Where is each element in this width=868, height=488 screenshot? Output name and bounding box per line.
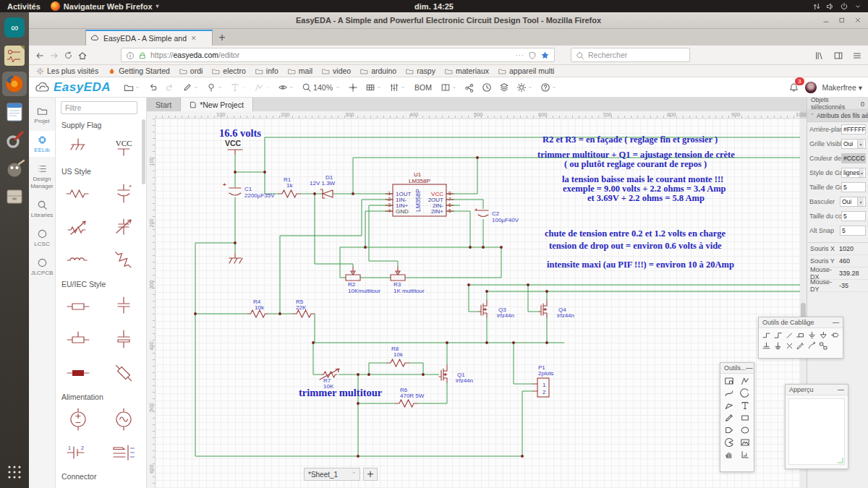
bookmark-item[interactable]: ordi <box>179 67 203 75</box>
toolbar-history[interactable] <box>479 80 495 95</box>
bookmark-item[interactable]: appareil multi <box>498 67 554 75</box>
url-bar[interactable]: https://easyeda.com/editor <box>121 48 555 62</box>
browser-tab[interactable]: EasyEDA - A Simple and ✕ <box>85 30 213 46</box>
component-header-2pin-b[interactable]: 12 <box>101 482 147 488</box>
document-tab-0[interactable]: Start <box>147 98 181 111</box>
bookmark-item[interactable]: materiaux <box>445 67 489 75</box>
wiring-tool-groundT[interactable] <box>807 330 817 340</box>
component-vcc[interactable]: VCC <box>101 131 147 164</box>
bookmark-item[interactable]: Les plus visités <box>36 67 98 75</box>
schematic-text[interactable]: 22K <box>296 304 307 311</box>
field-select[interactable]: Oui▾ <box>840 197 866 207</box>
forward-button[interactable] <box>49 48 59 61</box>
schematic-text[interactable]: ( ou plutôt reglage courant de repos ) <box>564 159 707 169</box>
tab-close-icon[interactable]: ✕ <box>191 35 197 42</box>
toolbar-file-menu[interactable] <box>121 79 143 96</box>
schematic-canvas[interactable]: 16.6 voltsVCC+C12200µF35VR11kD112V 1.3WU… <box>156 119 800 488</box>
wiring-tool-netport2[interactable] <box>773 341 783 351</box>
field-input[interactable]: 5 <box>841 182 866 192</box>
window-titlebar[interactable]: EasyEDA - A Simple and Powerful Electron… <box>29 12 868 29</box>
schematic-text[interactable]: 2IN+ <box>431 208 443 215</box>
wiring-tool-groupIc[interactable] <box>819 341 829 351</box>
drawing-tool-rect[interactable] <box>739 413 752 423</box>
schematic-text[interactable]: U1 <box>414 171 422 178</box>
page-actions-icon[interactable] <box>515 50 524 60</box>
toolbar-shape-disabled[interactable] <box>251 79 273 96</box>
user-name[interactable]: Makerfree ▾ <box>822 83 862 92</box>
component-capacitor-variable[interactable] <box>101 210 147 244</box>
easyeda-logo[interactable]: EasyEDA <box>35 80 111 95</box>
field-input[interactable]: 5 <box>840 226 866 236</box>
schematic-text[interactable]: 2 <box>388 197 391 202</box>
drawing-tool-snap[interactable] <box>739 450 752 460</box>
bookmark-item[interactable]: info <box>255 67 278 75</box>
schematic-text[interactable]: 5 <box>448 208 451 213</box>
minimize-drawing-panel[interactable]: — <box>746 364 753 372</box>
wire-attributes-section[interactable]: ⌃ Attributs des fils aériens <box>807 110 868 122</box>
component-resistor-variable[interactable] <box>56 210 101 244</box>
filter-input[interactable]: Filtre <box>61 101 137 114</box>
search-bar[interactable]: Rechercher <box>571 48 690 62</box>
drawing-tool-ellipse[interactable] <box>739 425 752 435</box>
window-maximize-button[interactable] <box>838 15 846 25</box>
schematic-text[interactable]: GND <box>396 208 409 215</box>
schematic-text[interactable]: trimmer multitour <box>299 387 383 398</box>
wiring-tool-bus[interactable] <box>773 330 783 340</box>
bookmark-star-icon[interactable] <box>540 50 550 60</box>
dock-item-schematics[interactable] <box>2 43 27 68</box>
schematic-text[interactable]: 10k <box>393 351 404 358</box>
drawing-tool-polyline[interactable] <box>739 376 752 386</box>
drawing-tool-textT[interactable] <box>739 401 752 411</box>
component-resistor-eu-diagonal[interactable] <box>101 356 147 390</box>
schematic-text[interactable]: tension de drop out = environ 0.6 volts … <box>549 241 722 251</box>
dock-item-files[interactable] <box>2 184 27 209</box>
info-icon[interactable] <box>126 50 135 59</box>
schematic-text[interactable]: + <box>223 181 226 188</box>
library-tab-jlcpcb[interactable]: JLCPCB <box>29 254 55 280</box>
bookmark-item[interactable]: electro <box>212 67 246 75</box>
schematic-text[interactable]: C2 <box>492 210 500 217</box>
schematic-text[interactable]: 470R 5W <box>400 393 425 399</box>
schematic-text[interactable]: 4 <box>388 208 391 213</box>
drawing-tool-imageIc[interactable] <box>739 437 752 448</box>
toolbar-theme[interactable] <box>438 79 460 96</box>
component-capacitor[interactable] <box>101 290 147 323</box>
schematic-text[interactable]: irfz44n <box>456 377 473 384</box>
dock-item-arduino[interactable]: ∞ <box>2 15 27 40</box>
drawing-tool-pie[interactable] <box>723 437 736 448</box>
schematic-text[interactable]: exemple = 9.00 volts + 2.2 ohms = 3.4 Am… <box>563 184 726 194</box>
component-capacitor-polar-eu[interactable] <box>101 323 147 356</box>
drawing-tool-bezier[interactable] <box>723 388 736 398</box>
minimize-wiring-panel[interactable]: — <box>833 319 839 326</box>
toolbar-help[interactable] <box>537 79 560 96</box>
schematic-text[interactable]: 12V 1.3W <box>310 180 336 187</box>
component-resistor-diagonal[interactable] <box>101 244 147 277</box>
window-minimize-button[interactable] <box>822 15 830 25</box>
drawing-tool-penTool[interactable] <box>723 413 736 423</box>
component-battery[interactable]: 12 <box>56 436 101 469</box>
field-color-swatch[interactable]: #CCCCCC <box>841 153 866 163</box>
refresh-button[interactable] <box>64 48 73 61</box>
schematic-text[interactable]: 100µF40V <box>492 217 519 223</box>
schematic-text[interactable]: R2 <box>348 281 356 288</box>
schematic-text[interactable]: 8 <box>448 191 451 196</box>
schematic-text[interactable]: R2 et R3 = en façade ( reglage fin et gr… <box>542 134 718 145</box>
toolbar-settings[interactable] <box>514 79 536 96</box>
schematic-text[interactable]: trimmer multitour + Q1 = ajustage tensio… <box>537 150 735 160</box>
dock-item-firefox[interactable] <box>2 72 27 96</box>
bookmark-item[interactable]: mail <box>288 67 312 75</box>
show-applications-button[interactable] <box>7 465 22 482</box>
minimize-preview-panel[interactable]: — <box>838 386 844 393</box>
schematic-text[interactable]: irfz44n <box>497 312 514 319</box>
drawing-tool-polygon[interactable] <box>723 425 736 435</box>
window-close-button[interactable] <box>854 15 862 25</box>
wiring-tool-netlabel[interactable] <box>796 330 806 340</box>
toolbar-layers[interactable] <box>496 80 512 95</box>
toolbar-redo[interactable] <box>162 80 178 95</box>
toolbar-annotation[interactable] <box>386 79 409 96</box>
library-tab-lcsc[interactable]: LCSC <box>29 225 55 251</box>
dock-item-gimp[interactable] <box>2 156 27 181</box>
component-ground[interactable] <box>56 131 101 164</box>
schematic-text[interactable]: C1 <box>244 186 252 192</box>
toolbar-share[interactable] <box>461 80 477 95</box>
